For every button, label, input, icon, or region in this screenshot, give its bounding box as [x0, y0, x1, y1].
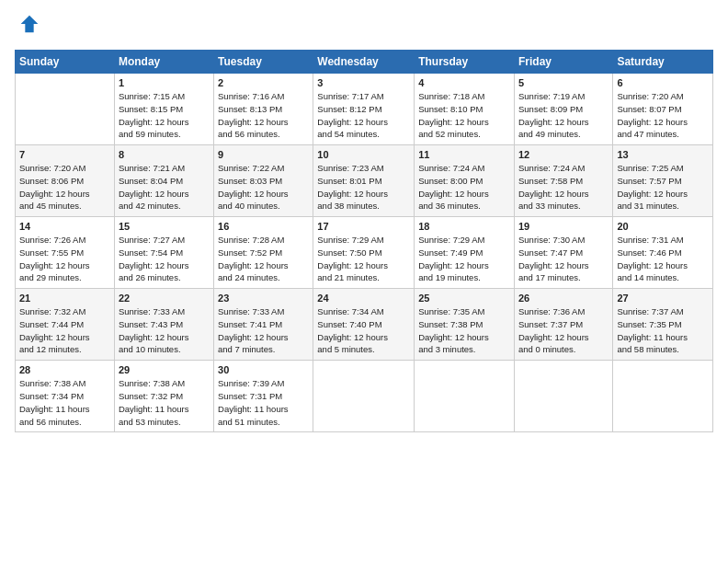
weekday-header: Monday	[114, 51, 213, 74]
day-info: Sunrise: 7:24 AM Sunset: 7:58 PM Dayligh…	[518, 162, 609, 213]
calendar-cell	[415, 361, 515, 432]
weekday-header: Sunday	[16, 51, 115, 74]
page: SundayMondayTuesdayWednesdayThursdayFrid…	[0, 0, 728, 563]
day-info: Sunrise: 7:24 AM Sunset: 8:00 PM Dayligh…	[418, 162, 510, 213]
day-number: 12	[518, 149, 609, 160]
calendar-cell: 2Sunrise: 7:16 AM Sunset: 8:13 PM Daylig…	[214, 74, 313, 145]
day-number: 19	[518, 221, 609, 232]
day-info: Sunrise: 7:38 AM Sunset: 7:34 PM Dayligh…	[19, 377, 110, 428]
day-info: Sunrise: 7:17 AM Sunset: 8:12 PM Dayligh…	[317, 90, 410, 141]
day-info: Sunrise: 7:23 AM Sunset: 8:01 PM Dayligh…	[317, 162, 410, 213]
calendar-cell: 22Sunrise: 7:33 AM Sunset: 7:43 PM Dayli…	[114, 289, 213, 361]
weekday-header: Thursday	[415, 51, 515, 74]
day-info: Sunrise: 7:29 AM Sunset: 7:49 PM Dayligh…	[418, 234, 510, 284]
calendar-cell	[514, 361, 612, 432]
calendar-cell: 23Sunrise: 7:33 AM Sunset: 7:41 PM Dayli…	[214, 289, 313, 361]
day-info: Sunrise: 7:37 AM Sunset: 7:35 PM Dayligh…	[617, 305, 709, 356]
calendar-cell: 26Sunrise: 7:36 AM Sunset: 7:37 PM Dayli…	[514, 289, 612, 361]
calendar-cell: 6Sunrise: 7:20 AM Sunset: 8:07 PM Daylig…	[613, 74, 713, 145]
calendar-week-row: 1Sunrise: 7:15 AM Sunset: 8:15 PM Daylig…	[16, 74, 713, 145]
day-number: 4	[418, 77, 510, 88]
logo	[15, 11, 46, 40]
calendar-table: SundayMondayTuesdayWednesdayThursdayFrid…	[15, 50, 713, 432]
day-number: 6	[617, 77, 709, 88]
calendar-cell: 10Sunrise: 7:23 AM Sunset: 8:01 PM Dayli…	[313, 145, 415, 217]
day-info: Sunrise: 7:15 AM Sunset: 8:15 PM Dayligh…	[119, 90, 210, 141]
calendar-cell: 25Sunrise: 7:35 AM Sunset: 7:38 PM Dayli…	[415, 289, 515, 361]
day-info: Sunrise: 7:33 AM Sunset: 7:43 PM Dayligh…	[119, 305, 210, 356]
calendar-week-row: 28Sunrise: 7:38 AM Sunset: 7:34 PM Dayli…	[16, 361, 713, 432]
day-info: Sunrise: 7:16 AM Sunset: 8:13 PM Dayligh…	[218, 90, 309, 141]
day-number: 23	[218, 293, 309, 304]
day-info: Sunrise: 7:34 AM Sunset: 7:40 PM Dayligh…	[317, 305, 410, 356]
day-number: 25	[418, 293, 510, 304]
day-number: 20	[617, 221, 709, 232]
calendar-week-row: 7Sunrise: 7:20 AM Sunset: 8:06 PM Daylig…	[16, 145, 713, 217]
calendar-cell: 21Sunrise: 7:32 AM Sunset: 7:44 PM Dayli…	[16, 289, 115, 361]
weekday-header: Saturday	[613, 51, 713, 74]
day-number: 18	[418, 221, 510, 232]
calendar-cell: 17Sunrise: 7:29 AM Sunset: 7:50 PM Dayli…	[313, 217, 415, 289]
day-number: 9	[218, 149, 309, 160]
day-info: Sunrise: 7:21 AM Sunset: 8:04 PM Dayligh…	[119, 162, 210, 213]
calendar-cell: 14Sunrise: 7:26 AM Sunset: 7:55 PM Dayli…	[16, 217, 115, 289]
day-info: Sunrise: 7:19 AM Sunset: 8:09 PM Dayligh…	[518, 90, 609, 141]
day-info: Sunrise: 7:20 AM Sunset: 8:07 PM Dayligh…	[617, 90, 709, 141]
calendar-cell: 19Sunrise: 7:30 AM Sunset: 7:47 PM Dayli…	[514, 217, 612, 289]
day-info: Sunrise: 7:39 AM Sunset: 7:31 PM Dayligh…	[218, 377, 309, 428]
day-number: 3	[317, 77, 410, 88]
header	[15, 11, 713, 40]
calendar-cell: 15Sunrise: 7:27 AM Sunset: 7:54 PM Dayli…	[114, 217, 213, 289]
calendar-cell: 20Sunrise: 7:31 AM Sunset: 7:46 PM Dayli…	[613, 217, 713, 289]
calendar-cell: 8Sunrise: 7:21 AM Sunset: 8:04 PM Daylig…	[114, 145, 213, 217]
calendar-cell: 28Sunrise: 7:38 AM Sunset: 7:34 PM Dayli…	[16, 361, 115, 432]
day-number: 5	[518, 77, 609, 88]
day-info: Sunrise: 7:27 AM Sunset: 7:54 PM Dayligh…	[119, 234, 210, 284]
calendar-cell: 7Sunrise: 7:20 AM Sunset: 8:06 PM Daylig…	[16, 145, 115, 217]
calendar-cell: 13Sunrise: 7:25 AM Sunset: 7:57 PM Dayli…	[613, 145, 713, 217]
day-info: Sunrise: 7:38 AM Sunset: 7:32 PM Dayligh…	[119, 377, 210, 428]
day-info: Sunrise: 7:36 AM Sunset: 7:37 PM Dayligh…	[518, 305, 609, 356]
calendar-week-row: 14Sunrise: 7:26 AM Sunset: 7:55 PM Dayli…	[16, 217, 713, 289]
calendar-cell: 9Sunrise: 7:22 AM Sunset: 8:03 PM Daylig…	[214, 145, 313, 217]
day-number: 15	[119, 221, 210, 232]
logo-icon	[17, 11, 42, 37]
calendar-cell: 16Sunrise: 7:28 AM Sunset: 7:52 PM Dayli…	[214, 217, 313, 289]
day-number: 1	[119, 77, 210, 88]
day-number: 22	[119, 293, 210, 304]
day-info: Sunrise: 7:22 AM Sunset: 8:03 PM Dayligh…	[218, 162, 309, 213]
calendar-cell: 1Sunrise: 7:15 AM Sunset: 8:15 PM Daylig…	[114, 74, 213, 145]
calendar-cell: 30Sunrise: 7:39 AM Sunset: 7:31 PM Dayli…	[214, 361, 313, 432]
calendar-cell: 4Sunrise: 7:18 AM Sunset: 8:10 PM Daylig…	[415, 74, 515, 145]
day-info: Sunrise: 7:26 AM Sunset: 7:55 PM Dayligh…	[19, 234, 110, 284]
day-number: 8	[119, 149, 210, 160]
day-info: Sunrise: 7:28 AM Sunset: 7:52 PM Dayligh…	[218, 234, 309, 284]
day-number: 24	[317, 293, 410, 304]
day-number: 2	[218, 77, 309, 88]
calendar-cell	[313, 361, 415, 432]
day-number: 17	[317, 221, 410, 232]
weekday-header: Friday	[514, 51, 612, 74]
calendar-cell: 24Sunrise: 7:34 AM Sunset: 7:40 PM Dayli…	[313, 289, 415, 361]
calendar-cell: 3Sunrise: 7:17 AM Sunset: 8:12 PM Daylig…	[313, 74, 415, 145]
day-info: Sunrise: 7:33 AM Sunset: 7:41 PM Dayligh…	[218, 305, 309, 356]
calendar-cell: 12Sunrise: 7:24 AM Sunset: 7:58 PM Dayli…	[514, 145, 612, 217]
day-number: 16	[218, 221, 309, 232]
day-number: 7	[19, 149, 110, 160]
day-info: Sunrise: 7:29 AM Sunset: 7:50 PM Dayligh…	[317, 234, 410, 284]
day-number: 14	[19, 221, 110, 232]
day-number: 30	[218, 364, 309, 375]
calendar-cell: 5Sunrise: 7:19 AM Sunset: 8:09 PM Daylig…	[514, 74, 612, 145]
calendar-week-row: 21Sunrise: 7:32 AM Sunset: 7:44 PM Dayli…	[16, 289, 713, 361]
day-number: 13	[617, 149, 709, 160]
day-info: Sunrise: 7:20 AM Sunset: 8:06 PM Dayligh…	[19, 162, 110, 213]
day-number: 29	[119, 364, 210, 375]
day-number: 10	[317, 149, 410, 160]
day-info: Sunrise: 7:30 AM Sunset: 7:47 PM Dayligh…	[518, 234, 609, 284]
calendar-cell: 29Sunrise: 7:38 AM Sunset: 7:32 PM Dayli…	[114, 361, 213, 432]
day-number: 28	[19, 364, 110, 375]
calendar-header-row: SundayMondayTuesdayWednesdayThursdayFrid…	[16, 51, 713, 74]
weekday-header: Tuesday	[214, 51, 313, 74]
calendar-cell	[16, 74, 115, 145]
day-number: 26	[518, 293, 609, 304]
